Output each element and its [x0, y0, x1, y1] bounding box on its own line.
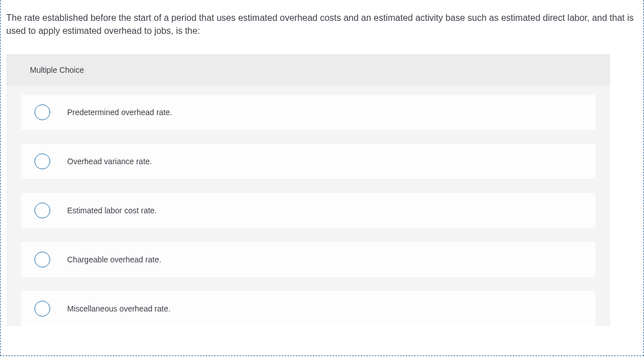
option-1[interactable]: Overhead variance rate.: [21, 144, 595, 179]
option-label: Chargeable overhead rate.: [67, 255, 161, 264]
radio-icon[interactable]: [34, 153, 50, 169]
radio-icon[interactable]: [34, 104, 50, 120]
option-0[interactable]: Predetermined overhead rate.: [21, 95, 595, 130]
question-prompt: The rate established before the start of…: [1, 0, 643, 54]
option-2[interactable]: Estimated labor cost rate.: [21, 193, 595, 228]
option-label: Miscellaneous overhead rate.: [67, 304, 170, 313]
option-label: Predetermined overhead rate.: [67, 108, 172, 117]
option-4[interactable]: Miscellaneous overhead rate.: [21, 291, 595, 326]
radio-icon[interactable]: [34, 203, 50, 218]
radio-icon[interactable]: [34, 252, 50, 267]
answer-block: Multiple Choice Predetermined overhead r…: [6, 54, 610, 326]
option-3[interactable]: Chargeable overhead rate.: [21, 242, 595, 277]
option-label: Estimated labor cost rate.: [67, 206, 157, 215]
question-type-label: Multiple Choice: [6, 54, 610, 86]
radio-icon[interactable]: [34, 301, 50, 317]
options-list: Predetermined overhead rate. Overhead va…: [6, 86, 610, 326]
option-label: Overhead variance rate.: [67, 157, 152, 166]
question-container: The rate established before the start of…: [0, 0, 644, 356]
